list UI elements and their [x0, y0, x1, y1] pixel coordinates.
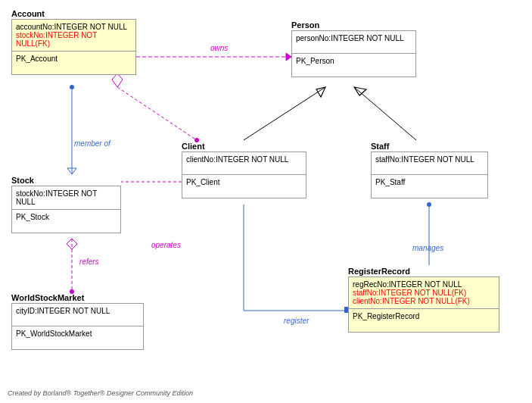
account-pk-section: PK_Account: [12, 52, 135, 74]
svg-marker-11: [354, 87, 366, 95]
diagram-container: accountNo:INTEGER NOT NULL stockNo:INTEG…: [0, 0, 532, 403]
class-client: clientNo:INTEGER NOT NULL PK_Client: [182, 152, 306, 198]
person-title: Person: [291, 20, 319, 30]
client-attrs: clientNo:INTEGER NOT NULL: [182, 152, 306, 175]
svg-marker-6: [67, 239, 77, 249]
client-pk: PK_Client: [186, 178, 302, 186]
client-title: Client: [182, 142, 205, 151]
label-register: register: [284, 317, 309, 325]
rr-pk-section: PK_RegisterRecord: [349, 309, 499, 332]
class-registerrecord: regRecNo:INTEGER NOT NULL staffNo:INTEGE…: [348, 276, 499, 333]
stock-attr-1: stockNo:INTEGER NOT NULL: [16, 189, 117, 206]
account-title: Account: [11, 9, 45, 18]
account-pk: PK_Account: [16, 55, 132, 63]
person-attr-1: personNo:INTEGER NOT NULL: [296, 34, 412, 42]
account-attr-1: accountNo:INTEGER NOT NULL: [16, 23, 132, 31]
svg-marker-9: [316, 87, 325, 97]
label-operates: operates: [151, 241, 181, 249]
footer-text: Created by Borland® Together® Designer C…: [8, 389, 193, 397]
class-person: personNo:INTEGER NOT NULL PK_Person: [291, 30, 416, 77]
class-stock: stockNo:INTEGER NOT NULL PK_Stock: [11, 186, 121, 233]
stock-pk: PK_Stock: [16, 213, 117, 221]
staff-attr-1: staffNo:INTEGER NOT NULL: [375, 155, 484, 164]
person-pk-section: PK_Person: [292, 54, 415, 77]
person-pk: PK_Person: [296, 57, 412, 65]
stock-title: Stock: [11, 176, 34, 185]
wsm-pk: PK_WorldStockMarket: [16, 330, 139, 338]
svg-marker-19: [112, 73, 123, 87]
staff-attrs: staffNo:INTEGER NOT NULL: [372, 152, 487, 175]
class-staff: staffNo:INTEGER NOT NULL PK_Staff: [371, 152, 488, 198]
staff-title: Staff: [371, 142, 389, 151]
rr-title: RegisterRecord: [348, 267, 410, 276]
account-attr-2: stockNo:INTEGER NOT NULL(FK): [16, 31, 132, 48]
class-account: accountNo:INTEGER NOT NULL stockNo:INTEG…: [11, 19, 136, 75]
svg-point-16: [427, 202, 431, 207]
svg-line-18: [117, 87, 197, 140]
person-attrs: personNo:INTEGER NOT NULL: [292, 31, 415, 54]
svg-marker-1: [286, 53, 291, 61]
client-attr-1: clientNo:INTEGER NOT NULL: [186, 155, 302, 164]
svg-line-10: [354, 87, 416, 140]
rr-attr-3: clientNo:INTEGER NOT NULL(FK): [353, 297, 495, 305]
staff-pk: PK_Staff: [375, 178, 484, 186]
label-owns: owns: [210, 44, 228, 52]
wsm-title: WorldStockMarket: [11, 293, 84, 302]
svg-marker-4: [67, 168, 76, 174]
wsm-pk-section: PK_WorldStockMarket: [12, 326, 143, 349]
class-worldstockmarket: cityID:INTEGER NOT NULL PK_WorldStockMar…: [11, 303, 144, 350]
staff-pk-section: PK_Staff: [372, 175, 487, 198]
rr-attrs: regRecNo:INTEGER NOT NULL staffNo:INTEGE…: [349, 277, 499, 309]
rr-pk: PK_RegisterRecord: [353, 312, 495, 320]
rr-attr-1: regRecNo:INTEGER NOT NULL: [353, 280, 495, 289]
stock-pk-section: PK_Stock: [12, 210, 120, 233]
wsm-attr-1: cityID:INTEGER NOT NULL: [16, 307, 139, 315]
svg-line-8: [244, 87, 325, 140]
svg-point-3: [70, 85, 74, 89]
wsm-attrs: cityID:INTEGER NOT NULL: [12, 304, 143, 326]
stock-attrs: stockNo:INTEGER NOT NULL: [12, 186, 120, 210]
label-member-of: member of: [74, 139, 110, 148]
account-attrs: accountNo:INTEGER NOT NULL stockNo:INTEG…: [12, 20, 135, 52]
client-pk-section: PK_Client: [182, 175, 306, 198]
rr-attr-2: staffNo:INTEGER NOT NULL(FK): [353, 289, 495, 297]
label-refers: refers: [79, 258, 99, 266]
label-manages: manages: [412, 244, 443, 252]
